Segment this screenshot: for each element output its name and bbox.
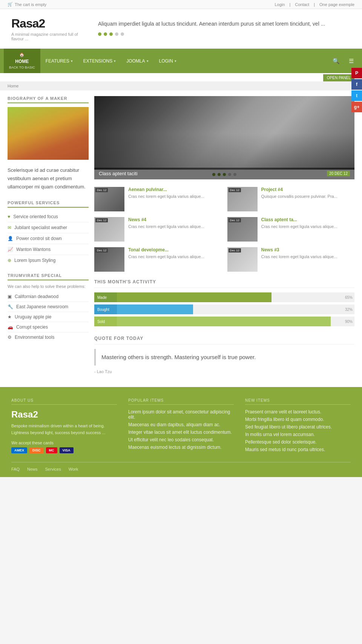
quote-text: Mastering others is strength. Mastering …	[101, 353, 349, 362]
biography-section: BIOGRAPHY OF A MAKER Scelerisque id ad c…	[8, 96, 89, 193]
chart-icon: 📈	[8, 247, 13, 252]
list-item[interactable]: Integer vitae lacus sit amet elit luctus…	[128, 430, 234, 435]
search-icon[interactable]: 🔍	[328, 54, 344, 68]
joomla-arrow: ▾	[147, 59, 149, 63]
menu-icon[interactable]: ☰	[344, 54, 358, 68]
list-item[interactable]: Maecenas eu diam dapibus, aliquam diam a…	[128, 422, 234, 427]
facebook-button[interactable]: f	[351, 79, 362, 90]
quote-author: - Lao Tzu	[94, 369, 354, 374]
cart-info: 🛒 The cart is empty	[8, 2, 46, 7]
article-title[interactable]: Tonal developme...	[128, 247, 222, 252]
article-thumbnail: Dec 12	[94, 247, 124, 272]
login-arrow: ▾	[175, 59, 176, 63]
triumvirate-list: ▣Californian deadwood 🔧East Japanese new…	[8, 292, 89, 342]
open-panel-button[interactable]: OPEN PANEL	[323, 74, 354, 81]
header: Rasa2 A minimal magazine crammed full of…	[0, 9, 362, 49]
contact-link[interactable]: Contact	[295, 2, 309, 7]
discover-card: DISC	[29, 447, 44, 453]
article-thumbnail: Dec 12	[227, 187, 258, 211]
breadcrumb-home[interactable]: Home	[8, 84, 18, 88]
nav-item-extensions[interactable]: EXTENSIONS ▾	[78, 55, 121, 67]
footer-faq-link[interactable]: FAQ	[11, 467, 20, 471]
table-row: Dec 12 Class aptent ta... Cras nec lorem…	[227, 217, 355, 242]
extensions-arrow: ▾	[114, 59, 116, 63]
list-item[interactable]: In mollis urna vel lorem accumsan.	[245, 432, 351, 437]
list-item[interactable]: Pellentesque sed dolor scelerisque.	[245, 439, 351, 445]
article-text: Cras nec lorem eget ligula varius alique…	[128, 223, 222, 230]
table-row: Dec 12 Project #4 Quisque convallis posu…	[227, 187, 355, 211]
footer-desc: Bespoke minimalism driven within a heart…	[11, 423, 117, 436]
triumvirate-sub: We can also help to solve these problems…	[8, 284, 89, 289]
article-date-badge: Dec 12	[229, 248, 241, 252]
list-item[interactable]: Ut efficitur velit nec leo sodales conse…	[128, 437, 234, 442]
twitter-button[interactable]: t	[351, 90, 362, 101]
footer-services-link[interactable]: Services	[45, 467, 61, 471]
list-item[interactable]: Morbi fringilla libero id quam commodo.	[245, 417, 351, 422]
article-title[interactable]: News #3	[261, 247, 355, 252]
article-thumbnail: Dec 12	[227, 217, 258, 242]
topbar: 🛒 The cart is empty Login | Contact | On…	[0, 0, 362, 9]
list-item[interactable]: Maecenas euismod lectus at dignissim dic…	[128, 445, 234, 450]
list-item: 🔧East Japanese newsroom	[8, 302, 89, 312]
mastercard-card: MC	[46, 447, 57, 453]
footer-popular-title: POPULAR ITEMS	[128, 398, 234, 405]
bar-fill-sold	[117, 317, 331, 326]
header-dot-3[interactable]	[109, 32, 113, 36]
slider-date: 20 DEC 12	[327, 171, 350, 176]
header-quote: Aliquam imperdiet ligula at luctus tinci…	[98, 17, 351, 28]
list-item: ✉Jubilant specialist weather	[8, 222, 89, 233]
article-title[interactable]: Aenean pulvinar...	[128, 187, 222, 192]
list-item: 👤Power control sit down	[8, 233, 89, 244]
pinterest-button[interactable]: P	[351, 68, 362, 78]
bar-track-bought: 32%	[117, 304, 354, 314]
nav-item-home[interactable]: 🏠 HOME BACK TO BASIC	[4, 49, 40, 73]
header-dot-1[interactable]	[98, 32, 101, 36]
bar-pct-sold: 90%	[345, 320, 353, 324]
home-icon: 🏠	[19, 52, 25, 57]
article-title[interactable]: News #4	[128, 217, 222, 222]
article-date-badge: Dec 12	[95, 218, 108, 222]
nav-item-features[interactable]: FEATURES ▾	[40, 55, 78, 67]
article-info: News #3 Cras nec lorem eget ligula variu…	[261, 247, 355, 260]
activity-section: THIS MONTH'S ACTIVITY Made 65% Bought 32…	[94, 279, 354, 326]
list-item[interactable]: Lorem ipsum dolor sit amet, consectetur …	[128, 409, 234, 420]
article-title[interactable]: Class aptent ta...	[261, 217, 355, 222]
one-page-link[interactable]: One page exemple	[319, 2, 354, 7]
quote-title: QUOTE FOR TODAY	[94, 336, 354, 344]
services-title: POWERFUL SERVICES	[8, 200, 89, 208]
footer-logo: Rasa2	[11, 409, 117, 420]
list-item[interactable]: Praesent ornare velit et laoreet luctus.	[245, 409, 351, 415]
articles-grid: Dec 12 Aenean pulvinar... Cras nec lorem…	[94, 187, 354, 272]
article-text: Cras nec lorem eget ligula varius alique…	[128, 193, 222, 200]
list-item[interactable]: Mauris sed metus id nunc porta ultrices.	[245, 447, 351, 452]
header-dot-2[interactable]	[104, 32, 107, 36]
article-thumbnail: Dec 12	[227, 247, 258, 272]
google-plus-button[interactable]: g+	[351, 102, 362, 112]
quote-box: Mastering others is strength. Mastering …	[94, 349, 354, 366]
footer-popular-links: Lorem ipsum dolor sit amet, consectetur …	[128, 409, 234, 450]
article-thumbnail: Dec 12	[94, 217, 124, 242]
list-item[interactable]: Sed feugiat libero ut libero placerat ul…	[245, 424, 351, 430]
article-info: Project #4 Quisque convallis posuere pul…	[261, 187, 355, 200]
bar-made: Made 65%	[94, 292, 354, 302]
login-link[interactable]: Login	[275, 2, 285, 7]
site-logo[interactable]: Rasa2	[11, 17, 87, 31]
slider: Class aptent taciti 20 DEC 12	[94, 96, 354, 179]
header-dot-5[interactable]	[121, 32, 124, 36]
article-info: Aenean pulvinar... Cras nec lorem eget l…	[128, 187, 222, 200]
footer-bottom: FAQ News Services Work	[11, 462, 351, 471]
header-dot-4[interactable]	[115, 32, 118, 36]
user-icon: 👤	[8, 236, 13, 241]
list-item: 🚗Corrupt species	[8, 322, 89, 332]
nav-item-joomla[interactable]: JOOMLA ▾	[121, 55, 153, 67]
footer-news-link[interactable]: News	[27, 467, 38, 471]
article-title[interactable]: Project #4	[261, 187, 355, 192]
bar-fill-made	[117, 292, 272, 302]
footer-work-link[interactable]: Work	[69, 467, 78, 471]
amex-card: AMEX	[11, 447, 27, 453]
car-icon: 🚗	[8, 324, 13, 330]
article-text: Cras nec lorem eget ligula varius alique…	[128, 254, 222, 260]
table-row: Dec 12 News #4 Cras nec lorem eget ligul…	[94, 217, 222, 242]
nav-item-login[interactable]: LOGIN ▾	[154, 55, 182, 67]
navbar: 🏠 HOME BACK TO BASIC FEATURES ▾ EXTENSIO…	[0, 49, 362, 73]
